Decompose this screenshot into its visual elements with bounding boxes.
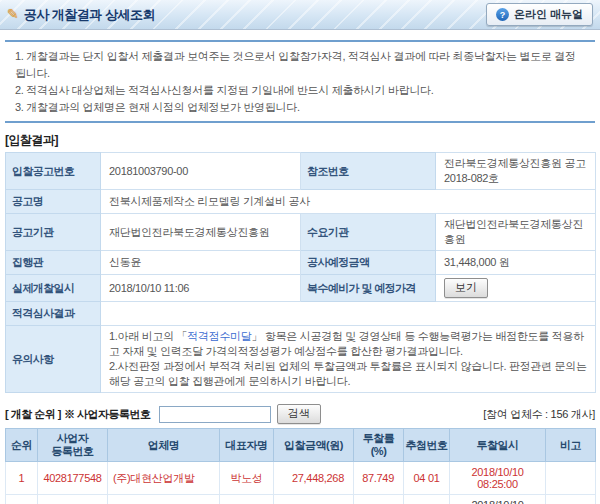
cell-biz-no: 4188150433 (38, 495, 108, 504)
caution-text: 2.사전판정 과정에서 부적격 처리된 업체의 투찰금액과 투찰률은 표시되지 … (109, 360, 587, 387)
biz-no-search-input[interactable] (159, 406, 271, 423)
value-notice-name: 전북시제품제작소 리모델링 기계설비 공사 (101, 190, 596, 214)
caution-highlight: 적격점수미달 (187, 330, 251, 342)
rank-table-header: 순위 사업자 등록번호 업체명 대표자명 입찰금액(원) 투찰률(%) 추첨번호… (6, 429, 596, 462)
label-agency: 공고기관 (6, 214, 101, 251)
cell-bid-time: 2018/10/10 09:34:47 (450, 495, 546, 504)
notice-list: 1. 개찰결과는 단지 입찰서 제출결과 보여주는 것으로서 입찰참가자격, 적… (15, 48, 585, 116)
cell-bid-time: 2018/10/10 08:25:00 (450, 462, 546, 495)
cell-ceo: 김정희 (220, 495, 274, 504)
value-estimated-amount: 31,448,000 원 (436, 251, 596, 275)
section-title-rank: [ 개찰 순위 ] (5, 407, 61, 422)
cell-ceo: 박노성 (220, 462, 274, 495)
cell-company: (주)대현산업개발 (108, 462, 220, 495)
col-note: 비고 (546, 429, 596, 462)
col-biz-no: 사업자 등록번호 (38, 429, 108, 462)
value-reserve-price: 보기 (436, 275, 596, 302)
cell-lottery: 12 08 (404, 495, 450, 504)
label-demand-agency: 수요기관 (301, 214, 436, 251)
value-demand-agency: 재단법인전라북도경제통상진흥원 (436, 214, 596, 251)
notice-box: 1. 개찰결과는 단지 입찰서 제출결과 보여주는 것으로서 입찰참가자격, 적… (5, 40, 595, 123)
label-opening-datetime: 실제개찰일시 (6, 275, 101, 302)
label-reference-no: 참조번호 (301, 153, 436, 190)
table-row: 1 4028177548 (주)대현산업개발 박노성 27,448,268 87… (6, 462, 596, 495)
col-bid-time: 투찰일시 (450, 429, 546, 462)
page: ✎ 공사 개찰결과 상세조회 ? 온라인 매뉴얼 1. 개찰결과는 단지 입찰서… (0, 0, 600, 504)
cell-rate: 87.749 (354, 462, 404, 495)
notice-item: 2. 적격심사 대상업체는 적격심사신청서를 지정된 기일내에 반드시 제출하시… (15, 82, 585, 99)
caution-text: 1.아래 비고의 「 (109, 330, 187, 342)
value-executor: 신동윤 (101, 251, 301, 275)
col-ceo: 대표자명 (220, 429, 274, 462)
biz-no-label: ※ 사업자등록번호 (64, 407, 151, 422)
table-row: 2 4188150433 유한회사 가야이엔지 김정희 27,449,530 8… (6, 495, 596, 504)
bid-result-table: 입찰공고번호 20181003790-00 참조번호 전라북도경제통상진흥원 공… (5, 152, 596, 393)
question-mark-icon: ? (496, 8, 509, 21)
notice-item: 1. 개찰결과는 단지 입찰서 제출결과 보여주는 것으로서 입찰참가자격, 적… (15, 48, 585, 82)
label-qualification-result: 적격심사결과 (6, 302, 101, 326)
cell-note (546, 462, 596, 495)
cell-lottery: 04 01 (404, 462, 450, 495)
participant-count: [참여 업체수 : 156 개사] (483, 407, 595, 422)
col-rate: 투찰률(%) (354, 429, 404, 462)
title-bar: ✎ 공사 개찰결과 상세조회 ? 온라인 매뉴얼 (0, 0, 600, 30)
cell-rank: 2 (6, 495, 38, 504)
view-button[interactable]: 보기 (444, 278, 488, 298)
col-company: 업체명 (108, 429, 220, 462)
label-notice-name: 공고명 (6, 190, 101, 214)
search-button[interactable]: 검색 (277, 404, 321, 424)
value-reference-no: 전라북도경제통상진흥원 공고 2018-082호 (436, 153, 596, 190)
value-qualification-result (101, 302, 596, 326)
cell-biz-no: 4028177548 (38, 462, 108, 495)
value-announcement-no: 20181003790-00 (101, 153, 301, 190)
label-reserve-price: 복수예비가 및 예정가격 (301, 275, 436, 302)
cell-rank: 1 (6, 462, 38, 495)
cell-amount: 27,449,530 (274, 495, 354, 504)
label-executor: 집행관 (6, 251, 101, 275)
col-amount: 입찰금액(원) (274, 429, 354, 462)
label-announcement-no: 입찰공고번호 (6, 153, 101, 190)
label-caution: 유의사항 (6, 326, 101, 393)
value-caution: 1.아래 비고의 「적격점수미달」 항목은 시공경험 및 경영상태 등 수행능력… (101, 326, 596, 393)
section-title-bid-result: [입찰결과] (5, 132, 595, 149)
pencil-icon: ✎ (7, 7, 19, 21)
value-opening-datetime: 2018/10/10 11:06 (101, 275, 301, 302)
cell-amount: 27,448,268 (274, 462, 354, 495)
online-manual-button[interactable]: ? 온라인 매뉴얼 (486, 3, 593, 26)
page-title: 공사 개찰결과 상세조회 (24, 6, 155, 24)
cell-rate: 87.753 (354, 495, 404, 504)
cell-note (546, 495, 596, 504)
notice-item: 3. 개찰결과의 업체명은 현재 시점의 업체정보가 반영됩니다. (15, 99, 585, 116)
col-rank: 순위 (6, 429, 38, 462)
rank-table: 순위 사업자 등록번호 업체명 대표자명 입찰금액(원) 투찰률(%) 추첨번호… (5, 428, 596, 504)
label-estimated-amount: 공사예정금액 (301, 251, 436, 275)
col-lottery: 추첨번호 (404, 429, 450, 462)
rank-search-bar: [ 개찰 순위 ] ※ 사업자등록번호 검색 [참여 업체수 : 156 개사] (5, 404, 595, 424)
value-agency: 재단법인전라북도경제통상진흥원 (101, 214, 301, 251)
cell-company: 유한회사 가야이엔지 (108, 495, 220, 504)
online-manual-label: 온라인 매뉴얼 (514, 7, 583, 22)
